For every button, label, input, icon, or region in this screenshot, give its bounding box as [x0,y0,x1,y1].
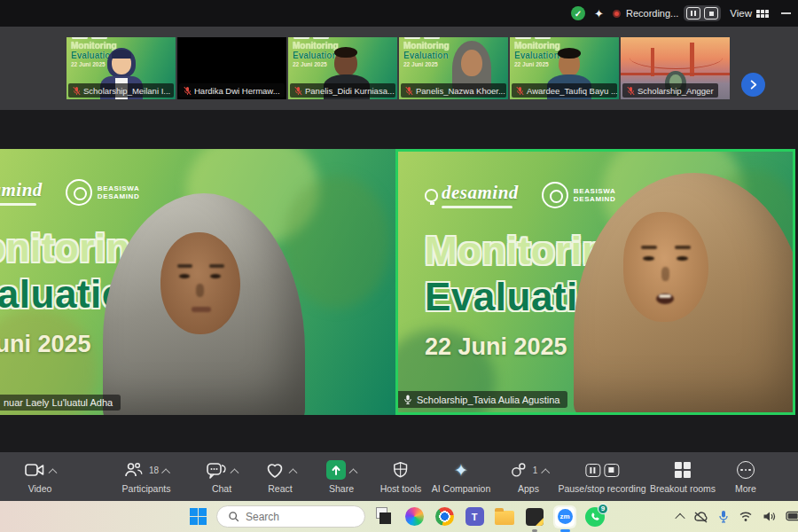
ellipsis-icon [737,461,755,479]
thumbnail-hardika[interactable]: Hardika Dwi Hermaw... [177,37,286,99]
sticky-notes-app-icon[interactable] [523,505,546,528]
meeting-toolbar: Video 18 Participants Chat React [0,452,798,501]
muted-mic-icon [294,86,302,96]
participant-name-tag: Scholarship_Meilani I... [68,83,174,98]
lightbulb-icon [425,189,438,202]
file-explorer-app-icon[interactable] [493,505,516,528]
pause-recording-icon [585,464,600,477]
desamind-logo: desamind [0,179,43,206]
badge-ring-icon [542,182,568,208]
next-participants-page-button[interactable] [741,73,765,97]
banner-text: Monitoring Evaluation 22 Juni 2025 [403,42,450,68]
apps-button[interactable]: 1 Apps [509,459,549,494]
host-tools-button[interactable]: Host tools [380,459,422,494]
banner-text: Monitoring Evaluation 22 Juni 2025 [514,42,560,68]
gallery-stage: desamind BEASISWA DESAMIND Moni [0,110,798,452]
share-button[interactable]: Share [326,459,356,494]
video-button[interactable]: Video [24,459,56,494]
battery-icon[interactable] [786,511,798,521]
pause-recording-button[interactable] [686,7,700,20]
zoom-meeting-window: ✓ ✦ Recording... View Monitoring [0,0,798,532]
video-tile-left[interactable]: desamind BEASISWA DESAMIND Moni [0,149,395,415]
view-button[interactable]: View [730,8,769,19]
recording-dot-icon [613,10,621,18]
share-options-caret[interactable] [349,468,358,477]
react-options-caret[interactable] [289,468,298,477]
participant-face [461,50,482,76]
beasiswa-desamind-logo: BEASISWA DESAMIND [542,182,615,208]
muted-mic-icon [405,86,413,96]
shield-icon [391,460,411,480]
start-button[interactable] [186,505,209,528]
participant-name-tag: Awardee_Taufiq Bayu ... [512,83,617,98]
windows-logo-icon [190,508,207,525]
onedrive-paused-icon[interactable] [693,511,708,523]
speaker-icon[interactable] [763,511,776,522]
logo-tagline-line [442,206,512,208]
wifi-icon[interactable] [739,511,753,522]
participant-hair [334,47,357,58]
banner-logos [515,37,551,40]
windows-taskbar: T zm 9 [0,501,798,532]
recording-label: Recording... [626,8,678,19]
teams-app-icon[interactable]: T [463,505,486,528]
chrome-app-icon[interactable] [433,505,456,528]
participant-filmstrip: Monitoring Evaluation 22 Juni 2025 Schol… [0,27,798,110]
chat-icon [206,460,227,480]
participant-name-tag: Panelis_Nazwa Khoer... [401,83,506,98]
ai-companion-button[interactable]: ✦ AI Companion [432,459,491,494]
minimize-icon[interactable] [781,12,791,14]
participants-button[interactable]: 18 Participants [122,459,171,494]
thumbnail-awardee-taufiq[interactable]: Monitoring Evaluation 22 Juni 2025 Award… [510,37,619,99]
banner-logos [72,37,107,40]
participant-name-tag: Scholarship_Angger [622,83,718,98]
breakout-rooms-button[interactable]: Breakout rooms [650,459,716,494]
ai-sparkle-icon: ✦ [454,460,468,481]
badge-ring-icon [66,179,92,206]
participant-name-tag: Panelis_Didi Kurniasa... [290,83,395,98]
banner-logos [293,37,329,40]
participant-name-tag: Hardika Dwi Hermaw... [179,83,285,98]
gallery-view-icon [756,10,769,18]
camera-icon [24,461,45,479]
video-options-caret[interactable] [49,468,58,477]
participants-icon [123,460,145,480]
desamind-logo: desamind [425,182,519,208]
search-icon [228,511,239,522]
more-button[interactable]: More [735,459,756,494]
whatsapp-badge: 9 [598,504,608,514]
participant-hair [558,48,581,59]
muted-mic-icon [73,86,81,96]
zoom-app-icon[interactable]: zm [553,505,576,528]
security-shield-icon[interactable]: ✓ [571,6,585,20]
pause-stop-recording-button[interactable]: Pause/stop recording [558,459,645,494]
task-view-button[interactable] [372,505,395,528]
react-button[interactable]: React [264,459,296,494]
mic-on-icon [403,394,412,405]
apps-options-caret[interactable] [541,468,550,477]
whatsapp-app-icon[interactable]: 9 [583,505,606,528]
copilot-app-icon[interactable] [403,505,426,528]
chat-button[interactable]: Chat [206,459,238,494]
thumbnail-panelis-nazwa[interactable]: Monitoring Evaluation 22 Juni 2025 Panel… [399,37,508,99]
tray-expand-icon[interactable] [675,512,685,522]
stop-recording-button[interactable] [704,7,718,20]
participants-options-caret[interactable] [162,468,171,477]
recording-indicator: Recording... [613,5,721,21]
banner-text: Monitoring Evaluation 22 Juni 2025 [293,42,339,68]
banner-logos [404,37,440,40]
muted-mic-icon [627,86,635,96]
search-input[interactable] [246,511,343,523]
video-tile-right-active[interactable]: desamind BEASISWA DESAMIND Moni [395,149,795,415]
thumbnail-panelis-didi[interactable]: Monitoring Evaluation 22 Juni 2025 Panel… [288,37,397,99]
heart-icon [264,460,286,480]
participant-name-tag: Scholarship_Tavia Aulia Agustina [398,391,567,408]
view-label: View [730,8,752,19]
ai-companion-status-icon[interactable]: ✦ [594,7,604,20]
muted-mic-icon [516,86,524,96]
thumbnail-scholarship-meilani[interactable]: Monitoring Evaluation 22 Juni 2025 Schol… [66,37,176,99]
tray-mic-icon[interactable] [718,510,729,523]
chat-options-caret[interactable] [231,468,239,477]
thumbnail-scholarship-angger[interactable]: Scholarship_Angger [621,37,730,99]
taskbar-search[interactable] [216,505,365,528]
